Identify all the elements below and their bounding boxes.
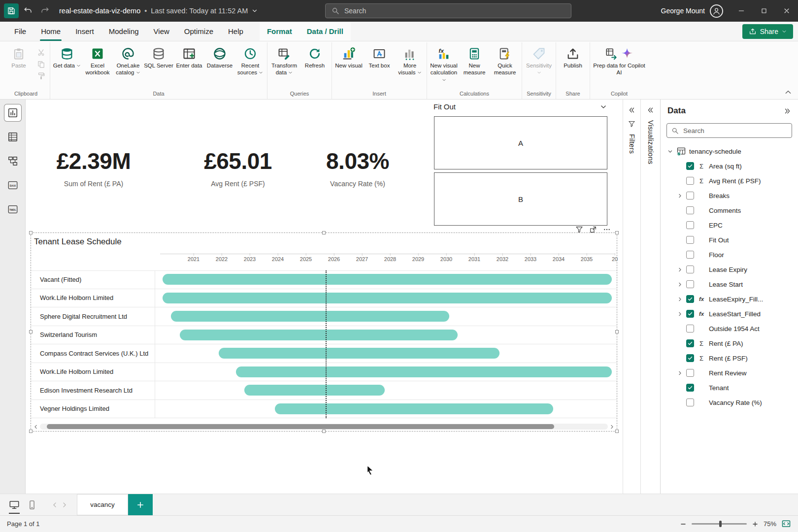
gantt-scrollbar[interactable] [33, 423, 615, 430]
kpi-card-avg-rent[interactable]: £65.01 Avg Rent (£ PSF) [179, 149, 297, 188]
tab-help[interactable]: Help [221, 22, 251, 41]
expand-field-icon[interactable] [676, 192, 683, 199]
gantt-bar[interactable] [275, 403, 553, 414]
close-button[interactable] [775, 0, 798, 22]
minimize-button[interactable] [730, 0, 753, 22]
expand-field-icon[interactable] [676, 296, 683, 302]
field-breaks[interactable]: Breaks [661, 188, 798, 203]
ribbon-button-sql-server[interactable]: SQL Server [143, 44, 174, 70]
gantt-bar[interactable] [219, 348, 499, 359]
ribbon-button-more-visuals[interactable]: More visuals [395, 44, 425, 77]
field-lease-start[interactable]: Lease Start [661, 277, 798, 292]
collapse-pane-icon[interactable] [784, 107, 791, 115]
ribbon-button-sensitivity[interactable]: Sensitivity [524, 44, 554, 77]
field-checkbox[interactable] [686, 295, 694, 303]
gantt-row-label[interactable]: Work.Life Holborn Limited [31, 363, 155, 381]
rail-report-view-button[interactable] [4, 104, 21, 121]
ribbon-button-transform-data[interactable]: Transform data [269, 44, 299, 77]
field-leasestart-filled[interactable]: fxLeaseStart_Filled [661, 306, 798, 321]
gantt-bar[interactable] [236, 366, 612, 377]
mobile-layout-button[interactable] [26, 499, 38, 511]
field-outside-1954-act[interactable]: Outside 1954 Act [661, 321, 798, 336]
resize-handle[interactable] [615, 231, 619, 234]
expand-field-icon[interactable] [676, 281, 683, 288]
tab-file[interactable]: File [7, 22, 33, 41]
ribbon-button-new-visual[interactable]: New visual [333, 44, 364, 70]
zoom-out-button[interactable] [680, 521, 687, 528]
expand-pane-icon[interactable] [628, 106, 635, 114]
field-floor[interactable]: Floor [661, 247, 798, 262]
expand-field-icon[interactable] [676, 310, 683, 317]
slicer-option-a[interactable]: A [434, 116, 607, 169]
zoom-slider[interactable] [692, 523, 747, 525]
report-canvas[interactable]: £2.39M Sum of Rent (£ PA) £65.01 Avg Ren… [26, 100, 623, 494]
resize-handle[interactable] [322, 430, 326, 433]
chevron-down-icon[interactable] [600, 103, 607, 110]
resize-handle[interactable] [615, 330, 619, 333]
field-checkbox[interactable] [686, 310, 694, 318]
filters-pane-collapsed[interactable]: Filters [623, 100, 640, 494]
collapse-table-icon[interactable] [666, 148, 673, 155]
ribbon-button-publish[interactable]: Publish [558, 44, 588, 70]
field-checkbox[interactable] [686, 354, 694, 362]
expand-pane-icon[interactable] [647, 106, 654, 114]
field-area-sq-ft[interactable]: ΣArea (sq ft) [661, 159, 798, 173]
ribbon-button-refresh[interactable]: Refresh [299, 44, 330, 70]
expand-field-icon[interactable] [676, 369, 683, 376]
field-rent-pa[interactable]: ΣRent (£ PA) [661, 336, 798, 351]
field-checkbox[interactable] [686, 325, 694, 332]
cut-button[interactable] [37, 48, 45, 57]
maximize-button[interactable] [753, 0, 775, 22]
field-tenant[interactable]: Tenant [661, 380, 798, 395]
field-checkbox[interactable] [686, 177, 694, 185]
gantt-row-label[interactable]: Vegner Holdings Limited [31, 400, 155, 418]
resize-handle[interactable] [29, 330, 33, 333]
visualizations-pane-collapsed[interactable]: Visualizations [640, 100, 660, 494]
account-button[interactable]: George Mount [661, 4, 724, 18]
field-checkbox[interactable] [686, 221, 694, 229]
gantt-row-label[interactable]: Compass Contract Services (U.K.) Ltd [31, 344, 155, 363]
tab-modeling[interactable]: Modeling [101, 22, 146, 41]
ribbon-button-enter-data[interactable]: Enter data [174, 44, 204, 70]
zoom-slider-thumb[interactable] [719, 521, 722, 527]
new-page-button[interactable] [128, 494, 153, 515]
ribbon-button-onelake-catalog[interactable]: OneLake catalog [113, 44, 143, 77]
desktop-layout-button[interactable] [8, 499, 21, 511]
field-epc[interactable]: EPC [661, 218, 798, 233]
field-rent-review[interactable]: Rent Review [661, 366, 798, 380]
share-button[interactable]: Share [742, 24, 793, 39]
ribbon-button-new-visual-calculation[interactable]: fxNew visual calculation [429, 44, 459, 84]
collapse-ribbon-button[interactable] [784, 88, 792, 96]
rail-table-view-button[interactable] [4, 129, 21, 145]
next-page-button[interactable] [61, 501, 68, 508]
rail-dax-query-view-button[interactable]: DAX [4, 177, 21, 194]
gantt-row-label[interactable]: Vacant (Fitted) [31, 270, 155, 289]
expand-field-icon[interactable] [676, 266, 683, 273]
redo-button[interactable] [37, 3, 52, 18]
field-checkbox[interactable] [686, 266, 694, 273]
fit-out-slicer[interactable]: Fit Out A B [432, 101, 609, 229]
ribbon-button-paste[interactable]: Paste [3, 44, 34, 70]
ribbon-button-prep-data-for-copilot-ai[interactable]: Prep data for Copilot AI [592, 44, 647, 77]
field-lease-expiry[interactable]: Lease Expiry [661, 262, 798, 277]
tab-optimize[interactable]: Optimize [177, 22, 221, 41]
ribbon-button-dataverse[interactable]: Dataverse [204, 44, 235, 70]
field-comments[interactable]: Comments [661, 203, 798, 218]
field-checkbox[interactable] [686, 369, 694, 377]
field-checkbox[interactable] [686, 251, 694, 259]
field-checkbox[interactable] [686, 399, 694, 406]
format-painter-button[interactable] [37, 72, 45, 80]
tenant-lease-schedule-visual[interactable]: Tenant Lease Schedule 202120222023202420… [31, 233, 617, 432]
page-tab-vacancy[interactable]: vacancy [77, 494, 128, 515]
tab-data-drill[interactable]: Data / Drill [299, 22, 351, 41]
ribbon-button-get-data[interactable]: Get data [52, 44, 82, 70]
gantt-bar[interactable] [171, 311, 449, 322]
gantt-bar[interactable] [180, 330, 458, 340]
kpi-card-sum-of-rent[interactable]: £2.39M Sum of Rent (£ PA) [34, 149, 153, 188]
scroll-left-icon[interactable] [33, 424, 38, 430]
resize-handle[interactable] [29, 430, 33, 433]
ribbon-button-recent-sources[interactable]: Recent sources [235, 44, 266, 77]
chevron-down-icon[interactable] [252, 8, 258, 14]
slicer-option-b[interactable]: B [434, 172, 607, 226]
field-avg-rent-psf[interactable]: ΣAvg Rent (£ PSF) [661, 173, 798, 188]
